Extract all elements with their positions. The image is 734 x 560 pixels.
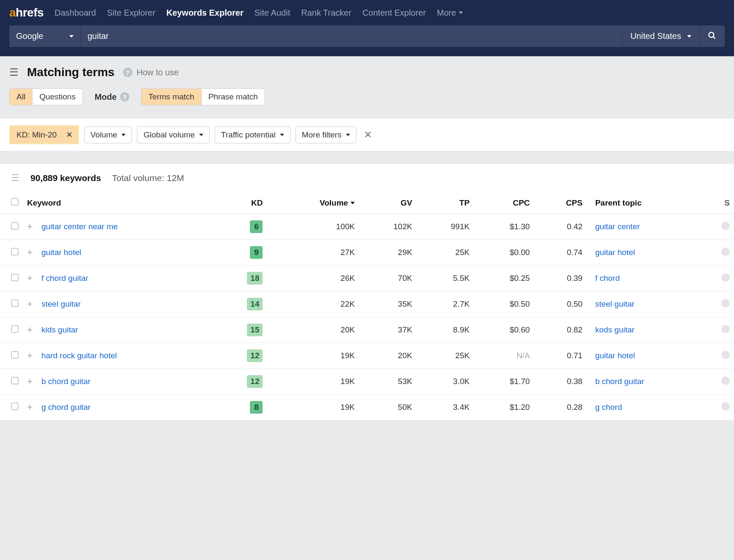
col-kd[interactable]: KD: [216, 192, 267, 214]
cell-tp: 3.4K: [416, 395, 474, 420]
parent-topic-link[interactable]: kods guitar: [595, 325, 635, 334]
keyword-link[interactable]: steel guitar: [41, 299, 81, 308]
clear-filters-icon[interactable]: ✕: [362, 129, 374, 140]
col-cpc[interactable]: CPC: [474, 192, 534, 214]
serp-button[interactable]: [721, 247, 730, 256]
serp-button[interactable]: [721, 376, 730, 385]
col-tp[interactable]: TP: [416, 192, 474, 214]
row-checkbox[interactable]: [11, 222, 19, 230]
filter-volume[interactable]: Volume: [84, 126, 132, 143]
cell-cps: 0.42: [534, 214, 587, 240]
table-row: +g chord guitar819K50K3.4K$1.200.28g cho…: [0, 395, 734, 420]
help-icon[interactable]: ?: [120, 92, 129, 102]
row-checkbox[interactable]: [11, 299, 19, 307]
parent-topic-link[interactable]: guitar hotel: [595, 248, 635, 257]
parent-topic-link[interactable]: guitar hotel: [595, 351, 635, 360]
nav-dashboard[interactable]: Dashboard: [55, 8, 96, 18]
nav-site-audit[interactable]: Site Audit: [255, 8, 290, 18]
row-checkbox[interactable]: [11, 377, 19, 384]
cell-volume: 22K: [267, 291, 359, 317]
filter-more[interactable]: More filters: [296, 126, 356, 143]
col-volume[interactable]: Volume: [267, 192, 359, 214]
tab-phrase-match[interactable]: Phrase match: [202, 89, 265, 105]
match-mode-toggle: Terms match Phrase match: [141, 88, 265, 105]
columns-toggle-icon[interactable]: ☰: [11, 173, 19, 184]
keyword-input[interactable]: [80, 25, 622, 47]
tab-terms-match[interactable]: Terms match: [142, 89, 202, 105]
table-row: +steel guitar1422K35K2.7K$0.500.50steel …: [0, 291, 734, 317]
filter-global-volume[interactable]: Global volume: [137, 126, 209, 143]
svg-line-1: [713, 37, 715, 39]
serp-button[interactable]: [721, 222, 730, 230]
brand-logo[interactable]: ahrefs: [9, 6, 44, 19]
expand-icon[interactable]: +: [27, 350, 33, 361]
cell-tp: 5.5K: [416, 266, 474, 291]
parent-topic-link[interactable]: steel guitar: [595, 299, 635, 308]
expand-icon[interactable]: +: [27, 376, 33, 387]
search-engine-select[interactable]: Google: [9, 25, 80, 47]
expand-icon[interactable]: +: [27, 324, 33, 335]
row-checkbox[interactable]: [11, 351, 19, 359]
page-title: Matching terms: [27, 66, 115, 79]
filter-kd-active[interactable]: KD: Min-20 ✕: [9, 125, 79, 144]
row-checkbox[interactable]: [11, 403, 19, 410]
expand-icon[interactable]: +: [27, 221, 33, 232]
row-checkbox[interactable]: [11, 248, 19, 255]
keyword-link[interactable]: g chord guitar: [41, 403, 90, 412]
parent-topic-link[interactable]: guitar center: [595, 222, 640, 231]
keyword-link[interactable]: hard rock guitar hotel: [41, 351, 117, 360]
nav-site-explorer[interactable]: Site Explorer: [107, 8, 156, 18]
cell-cpc: $0.25: [474, 266, 534, 291]
col-gv[interactable]: GV: [359, 192, 416, 214]
nav-more[interactable]: More: [437, 8, 463, 18]
expand-icon[interactable]: +: [27, 247, 33, 258]
cell-cps: 0.82: [534, 317, 587, 343]
keyword-link[interactable]: kids guitar: [41, 325, 78, 334]
search-icon: [708, 31, 716, 40]
cell-cpc: N/A: [474, 343, 534, 369]
country-select[interactable]: United States: [622, 25, 699, 47]
serp-button[interactable]: [721, 351, 730, 359]
parent-topic-link[interactable]: f chord: [595, 274, 620, 283]
nav-content-explorer[interactable]: Content Explorer: [362, 8, 426, 18]
kd-badge: 14: [247, 298, 263, 310]
cell-cps: 0.50: [534, 291, 587, 317]
tab-all[interactable]: All: [10, 89, 33, 105]
expand-icon[interactable]: +: [27, 402, 33, 412]
cell-cps: 0.28: [534, 395, 587, 420]
tab-questions[interactable]: Questions: [33, 89, 82, 105]
keyword-link[interactable]: b chord guitar: [41, 377, 90, 386]
row-checkbox[interactable]: [11, 325, 19, 333]
expand-icon[interactable]: +: [27, 273, 33, 283]
cell-cpc: $0.50: [474, 291, 534, 317]
logo-rest: hrefs: [16, 6, 44, 19]
close-icon[interactable]: ✕: [61, 130, 78, 140]
sidebar-toggle-icon[interactable]: ☰: [9, 66, 19, 78]
col-parent[interactable]: Parent topic: [587, 192, 717, 214]
filter-traffic-potential[interactable]: Traffic potential: [215, 126, 290, 143]
kd-badge: 15: [247, 324, 263, 336]
parent-topic-link[interactable]: b chord guitar: [595, 377, 644, 386]
row-checkbox[interactable]: [11, 274, 19, 281]
nav-keywords-explorer[interactable]: Keywords Explorer: [166, 8, 243, 18]
col-serp[interactable]: S: [717, 192, 734, 214]
serp-button[interactable]: [721, 402, 730, 411]
table-row: +f chord guitar1826K70K5.5K$0.250.39f ch…: [0, 266, 734, 291]
nav-rank-tracker[interactable]: Rank Tracker: [301, 8, 351, 18]
how-to-use-link[interactable]: ? How to use: [123, 68, 179, 77]
cell-tp: 3.0K: [416, 369, 474, 395]
keyword-link[interactable]: guitar center near me: [41, 222, 118, 231]
serp-button[interactable]: [721, 325, 730, 333]
search-button[interactable]: [699, 25, 725, 47]
serp-button[interactable]: [721, 299, 730, 307]
expand-icon[interactable]: +: [27, 299, 33, 309]
select-all-checkbox[interactable]: [11, 198, 19, 206]
cell-cps: 0.71: [534, 343, 587, 369]
cell-gv: 20K: [359, 343, 416, 369]
col-keyword[interactable]: Keyword: [23, 192, 216, 214]
keyword-link[interactable]: guitar hotel: [41, 248, 81, 257]
parent-topic-link[interactable]: g chord: [595, 403, 622, 412]
keyword-link[interactable]: f chord guitar: [41, 274, 88, 283]
serp-button[interactable]: [721, 273, 730, 282]
col-cps[interactable]: CPS: [534, 192, 587, 214]
